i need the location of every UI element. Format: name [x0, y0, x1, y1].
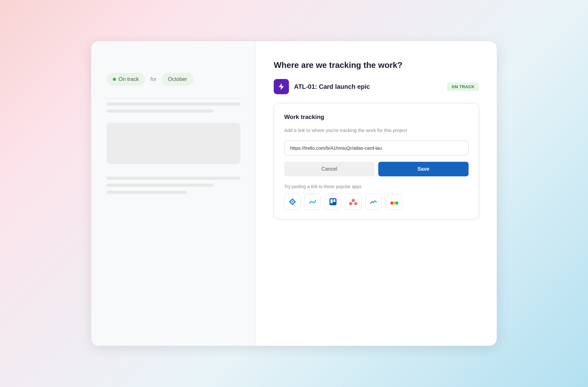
skeleton-section-2 — [106, 174, 240, 194]
skeleton-section-1 — [106, 96, 240, 113]
epic-name: ATL-01: Card launch epic — [294, 83, 442, 90]
jira-app-icon[interactable] — [284, 194, 301, 210]
right-panel: Where are we tracking the work? ATL-01: … — [256, 41, 497, 346]
svg-point-4 — [349, 202, 352, 205]
skeleton-line — [106, 184, 214, 187]
status-row: On track for October — [106, 73, 240, 86]
skeleton-line — [106, 109, 214, 113]
skeleton-divider — [106, 98, 240, 99]
card-description: Add a link to where you're tracking the … — [284, 127, 469, 134]
app-icons-row — [284, 194, 469, 210]
status-pill: On track — [106, 73, 145, 86]
asana-app-icon[interactable] — [345, 194, 361, 210]
clickup-icon — [369, 198, 378, 206]
card-title: Work tracking — [284, 114, 469, 121]
jira-diamond-icon — [288, 198, 297, 206]
epic-icon — [274, 79, 289, 94]
svg-rect-1 — [330, 199, 333, 203]
left-panel: On track for October — [91, 41, 256, 346]
monday-icon — [389, 197, 398, 206]
clickup-app-icon[interactable] — [365, 194, 382, 210]
popular-apps-section: Try pasting a link to these popular apps — [284, 183, 469, 210]
skeleton-block — [106, 123, 240, 164]
status-label: On track — [118, 76, 139, 82]
button-row: Cancel Save — [284, 162, 469, 176]
svg-point-5 — [354, 202, 357, 205]
planhat-app-icon[interactable] — [304, 194, 321, 210]
trello-icon — [329, 198, 337, 206]
svg-point-8 — [395, 201, 398, 205]
for-text: for — [150, 76, 157, 82]
skeleton-line — [106, 102, 240, 106]
work-tracking-card: Work tracking Add a link to where you're… — [274, 103, 479, 219]
save-button[interactable]: Save — [378, 162, 469, 176]
status-dot — [113, 78, 116, 81]
monday-app-icon[interactable] — [386, 194, 402, 210]
skeleton-line — [106, 177, 240, 180]
month-pill: October — [162, 73, 193, 86]
page-title: Where are we tracking the work? — [274, 60, 479, 70]
popular-apps-label: Try pasting a link to these popular apps — [284, 184, 469, 189]
url-input[interactable] — [284, 141, 469, 155]
planhat-icon — [309, 198, 317, 206]
svg-rect-2 — [333, 199, 336, 202]
cancel-button[interactable]: Cancel — [284, 162, 374, 176]
asana-icon — [349, 197, 358, 206]
skeleton-line — [106, 191, 187, 194]
svg-point-3 — [352, 199, 355, 202]
on-track-badge: ON TRACK — [447, 82, 479, 91]
lightning-icon — [277, 82, 285, 91]
trello-app-icon[interactable] — [325, 194, 341, 210]
main-card: On track for October Where are we tracki… — [91, 41, 497, 346]
epic-row: ATL-01: Card launch epic ON TRACK — [274, 79, 479, 94]
